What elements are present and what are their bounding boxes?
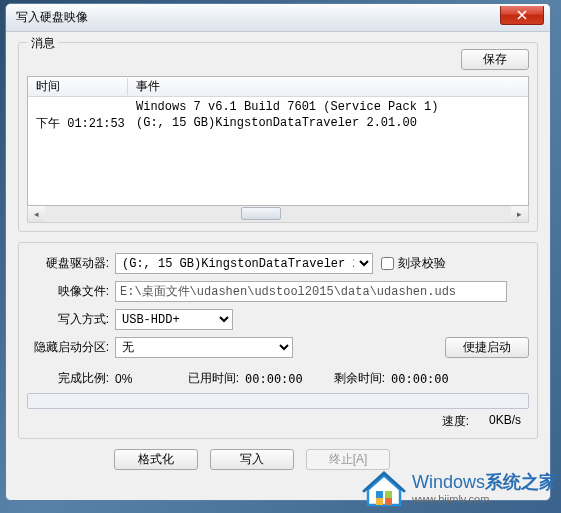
close-icon xyxy=(517,10,527,20)
action-buttons: 格式化 写入 终止[A] 返回 xyxy=(18,449,538,470)
log-listview[interactable]: 时间 事件 Windows 7 v6.1 Build 7601 (Service… xyxy=(27,76,529,206)
write-button[interactable]: 写入 xyxy=(210,449,294,470)
settings-group: 硬盘驱动器: (G:, 15 GB)KingstonDataTraveler 2… xyxy=(18,242,538,439)
format-button[interactable]: 格式化 xyxy=(114,449,198,470)
write-method-select[interactable]: USB-HDD+ xyxy=(115,309,233,330)
image-file-input[interactable] xyxy=(115,281,507,302)
window-title: 写入硬盘映像 xyxy=(16,9,88,26)
done-label: 完成比例: xyxy=(27,370,115,387)
scroll-right-arrow-icon[interactable]: ▸ xyxy=(511,206,528,222)
quick-boot-button[interactable]: 便捷启动 xyxy=(445,337,529,358)
scroll-left-arrow-icon[interactable]: ◂ xyxy=(28,206,45,222)
column-event[interactable]: 事件 xyxy=(128,78,528,95)
close-button[interactable] xyxy=(500,6,544,25)
drive-select[interactable]: (G:, 15 GB)KingstonDataTraveler 2.01.00 xyxy=(115,253,373,274)
write-method-label: 写入方式: xyxy=(27,311,115,328)
stats-row: 完成比例: 0% 已用时间: 00:00:00 剩余时间: 00:00:00 xyxy=(27,370,529,387)
scroll-track[interactable] xyxy=(45,206,511,222)
burn-verify-input[interactable] xyxy=(381,257,394,270)
log-time: 下午 01:21:53 xyxy=(28,115,128,132)
log-event: (G:, 15 GB)KingstonDataTraveler 2.01.00 xyxy=(128,116,528,130)
abort-button: 终止[A] xyxy=(306,449,390,470)
speed-row: 速度: 0KB/s xyxy=(27,413,529,430)
log-hscrollbar[interactable]: ◂ ▸ xyxy=(27,206,529,223)
image-file-label: 映像文件: xyxy=(27,283,115,300)
progress-bar xyxy=(27,393,529,409)
speed-label: 速度: xyxy=(442,413,469,430)
titlebar[interactable]: 写入硬盘映像 xyxy=(6,4,550,32)
message-group-title: 消息 xyxy=(27,35,59,52)
column-time[interactable]: 时间 xyxy=(28,78,128,95)
elapsed-value: 00:00:00 xyxy=(245,372,321,386)
elapsed-label: 已用时间: xyxy=(175,370,245,387)
hidden-boot-select[interactable]: 无 xyxy=(115,337,293,358)
scroll-thumb[interactable] xyxy=(241,207,281,220)
message-group: 消息 保存 时间 事件 Windows 7 v6.1 Build 7601 (S… xyxy=(18,42,538,232)
drive-label: 硬盘驱动器: xyxy=(27,255,115,272)
hidden-boot-label: 隐藏启动分区: xyxy=(27,339,115,356)
log-row[interactable]: Windows 7 v6.1 Build 7601 (Service Pack … xyxy=(28,99,528,115)
remain-label: 剩余时间: xyxy=(321,370,391,387)
log-event: Windows 7 v6.1 Build 7601 (Service Pack … xyxy=(128,100,528,114)
remain-value: 00:00:00 xyxy=(391,372,467,386)
log-row[interactable]: 下午 01:21:53 (G:, 15 GB)KingstonDataTrave… xyxy=(28,115,528,131)
log-header[interactable]: 时间 事件 xyxy=(28,77,528,97)
dialog-window: 写入硬盘映像 消息 保存 时间 事件 Windows 7 v6.1 Build … xyxy=(5,3,551,501)
speed-value: 0KB/s xyxy=(489,413,521,430)
dialog-content: 消息 保存 时间 事件 Windows 7 v6.1 Build 7601 (S… xyxy=(6,32,550,500)
done-value: 0% xyxy=(115,372,175,386)
burn-verify-label: 刻录校验 xyxy=(398,255,446,272)
save-button[interactable]: 保存 xyxy=(461,49,529,70)
burn-verify-checkbox[interactable]: 刻录校验 xyxy=(381,255,446,272)
log-body: Windows 7 v6.1 Build 7601 (Service Pack … xyxy=(28,97,528,133)
